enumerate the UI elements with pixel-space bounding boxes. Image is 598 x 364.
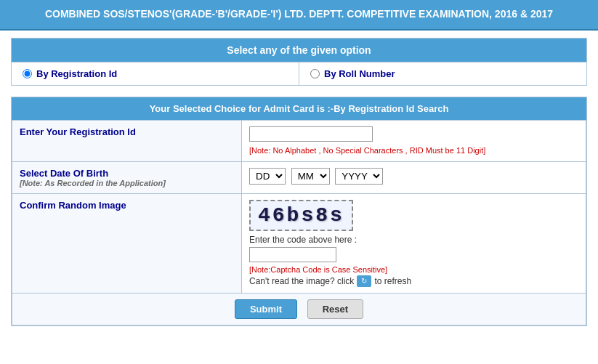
- registration-id-note: [Note: No Alphabet , No Special Characte…: [249, 146, 485, 155]
- buttons-cell: Submit Reset: [12, 293, 586, 325]
- captcha-label: Confirm Random Image: [20, 200, 126, 211]
- dob-input-cell: DD 01020304 05060708 09101112 13141516 1…: [242, 161, 586, 193]
- registration-id-input[interactable]: [249, 126, 373, 142]
- submit-button[interactable]: Submit: [235, 299, 297, 319]
- dob-label-cell: Select Date Of Birth [Note: As Recorded …: [12, 161, 242, 193]
- reset-button[interactable]: Reset: [307, 299, 363, 319]
- registration-id-label-cell: Enter Your Registration Id: [12, 120, 242, 161]
- captcha-label-cell: Confirm Random Image: [12, 193, 242, 293]
- select-option-box: Select any of the given option By Regist…: [11, 38, 587, 86]
- dob-row: Select Date Of Birth [Note: As Recorded …: [12, 161, 586, 193]
- registration-id-label: Enter Your Registration Id: [20, 126, 136, 137]
- captcha-refresh-row: Can't read the image? click ↻ to refresh: [249, 275, 578, 287]
- radio-roll-number[interactable]: [310, 69, 320, 78]
- dob-dd-select[interactable]: DD 01020304 05060708 09101112 13141516 1…: [249, 168, 286, 185]
- form-table: Enter Your Registration Id [Note: No Alp…: [12, 120, 586, 325]
- page-header: COMBINED SOS/STENOS'(GRADE-'B'/GRADE-'I'…: [0, 0, 598, 31]
- captcha-enter-label: Enter the code above here :: [249, 235, 578, 245]
- captcha-input-cell: 46bs8s Enter the code above here : [Note…: [242, 193, 586, 293]
- dob-label: Select Date Of Birth: [20, 168, 234, 179]
- radio-cell-registration: By Registration Id: [12, 62, 299, 85]
- captcha-row: Confirm Random Image 46bs8s Enter the co…: [12, 193, 586, 293]
- form-box: Your Selected Choice for Admit Card is :…: [11, 97, 587, 326]
- select-option-heading: Select any of the given option: [12, 39, 586, 62]
- radio-roll-number-label: By Roll Number: [324, 68, 395, 79]
- radio-registration-id-label: By Registration Id: [36, 68, 117, 79]
- radio-registration-id[interactable]: [23, 69, 32, 78]
- main-content: Select any of the given option By Regist…: [0, 31, 598, 333]
- form-heading: Your Selected Choice for Admit Card is :…: [12, 97, 586, 120]
- buttons-row: Submit Reset: [12, 293, 586, 325]
- dob-yyyy-select[interactable]: YYYY 1970197119721973 1974197519761977 1…: [335, 168, 383, 185]
- radio-row: By Registration Id By Roll Number: [12, 62, 586, 85]
- header-title: COMBINED SOS/STENOS'(GRADE-'B'/GRADE-'I'…: [45, 8, 553, 20]
- refresh-icon[interactable]: ↻: [357, 275, 371, 287]
- registration-id-input-cell: [Note: No Alphabet , No Special Characte…: [242, 120, 586, 161]
- dob-sublabel: [Note: As Recorded in the Application]: [20, 179, 234, 187]
- captcha-refresh-suffix: to refresh: [374, 276, 411, 286]
- registration-id-row: Enter Your Registration Id [Note: No Alp…: [12, 120, 586, 161]
- captcha-image: 46bs8s: [249, 200, 353, 231]
- radio-cell-roll: By Roll Number: [299, 62, 586, 85]
- captcha-refresh-text: Can't read the image? click: [249, 276, 354, 286]
- captcha-note: [Note:Captcha Code is Case Sensitive]: [249, 265, 578, 274]
- captcha-code-input[interactable]: [249, 247, 336, 262]
- dob-mm-select[interactable]: MM 01020304 05060708 09101112: [291, 168, 330, 185]
